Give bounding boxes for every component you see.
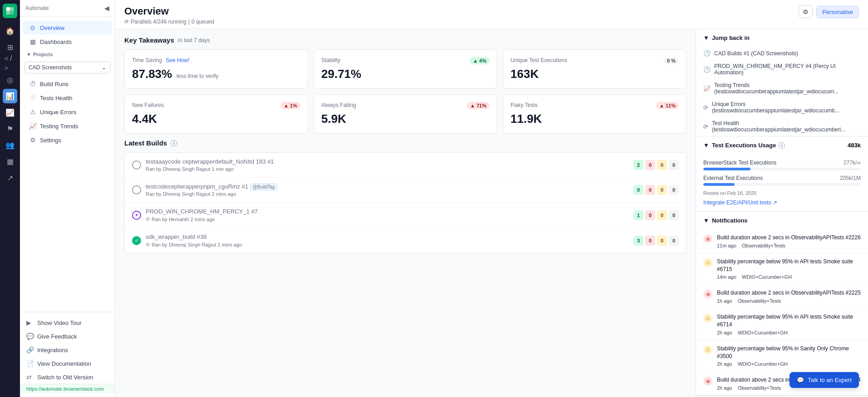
nav-flag-icon[interactable]: ⚑ [3, 121, 17, 136]
svg-rect-1 [10, 7, 14, 11]
sidebar-integrations[interactable]: 🔗 Integrations [20, 343, 115, 357]
nav-code-icon[interactable]: ＜/＞ [3, 56, 17, 71]
sidebar-item-build-runs[interactable]: ⏱ Build Runs [23, 77, 112, 91]
sidebar-show-video-tour[interactable]: ▶ Show Video Tour [20, 316, 115, 329]
notifications-section: ▼ Notifications ⊗ Build duration above 2… [696, 212, 868, 396]
sidebar-item-overview[interactable]: ⊙ Overview [23, 21, 112, 34]
sidebar-item-settings[interactable]: ⚙ Settings [23, 133, 112, 147]
always-failing-label: Always Failing [321, 102, 490, 108]
dashboards-icon: ▦ [29, 38, 36, 45]
jump-back-text: Testing Trends (testioswdiocucumberappiu… [714, 82, 861, 95]
sidebar-item-tests-health[interactable]: ♡ Tests Health [23, 91, 112, 105]
notif-meta: 11m ago Observability+Tests [717, 243, 861, 248]
video-tour-icon: ▶ [26, 319, 34, 326]
stability-label: Stability [321, 57, 490, 63]
content-area: Key Takeaways In last 7 days Time Saving… [115, 29, 868, 397]
nav-grid2-icon[interactable]: ▦ [3, 154, 17, 169]
card-unique-executions: Unique Test Executions 163K 0 % [503, 49, 687, 89]
nav-share-icon[interactable]: ↗ [3, 170, 17, 185]
build-counts: 3 0 0 0 [633, 236, 679, 246]
count-yellow: 0 [657, 210, 667, 220]
notifications-header[interactable]: ▼ Notifications [696, 212, 868, 229]
count-yellow: 0 [657, 185, 667, 195]
sidebar-app-label: Automate [25, 5, 49, 11]
sidebar-item-testing-trends-label: Testing Trends [40, 123, 78, 130]
stability-badge: ▲ 4% [470, 57, 490, 64]
refresh-icon: ⟳ [703, 104, 708, 111]
table-row[interactable]: testcodeceptwrapperpnpm_cguRmz #1 @Build… [125, 178, 686, 203]
sidebar-collapse-button[interactable]: ◀ [104, 5, 109, 12]
count-gray: 0 [669, 160, 679, 170]
jump-back-item[interactable]: 📈 Testing Trends (testioswdiocucumberapp… [696, 79, 868, 98]
notification-item[interactable]: ⊗ Build duration above 2 secs in Observa… [696, 229, 868, 253]
bs-progress-bar [703, 168, 861, 170]
jump-back-item[interactable]: ⟳ Test Health (testioswdiocucumberappium… [696, 117, 868, 136]
jump-back-in-header[interactable]: ▼ Jump back in [696, 29, 868, 47]
count-red: 0 [645, 185, 655, 195]
card-stability: Stability 29.71% ▲ 4% [314, 49, 497, 89]
sidebar-item-unique-errors[interactable]: ⚠ Unique Errors [23, 105, 112, 119]
bs-usage-label: BrowserStack Test Executions [703, 160, 776, 166]
flaky-tests-value: 11.9K [510, 112, 542, 126]
error-notification-icon: ⊗ [703, 377, 712, 386]
sidebar-item-testing-trends[interactable]: 📈 Testing Trends [23, 119, 112, 133]
key-takeaways-label: Key Takeaways [124, 36, 174, 44]
table-row[interactable]: testaaaycode ceptwrapperdefault_NoNItd 1… [125, 153, 686, 178]
nav-target-icon[interactable]: ◎ [3, 73, 17, 87]
executions-info-icon[interactable]: i [779, 142, 785, 149]
count-green: 1 [633, 210, 643, 220]
settings-icon: ⚙ [29, 136, 36, 144]
status-url: https://automate.browserstack.com [26, 386, 104, 392]
notif-meta: 1h ago Observability+Tests [717, 298, 861, 304]
sidebar-give-feedback[interactable]: 💬 Give Feedback [20, 329, 115, 343]
talk-to-expert-button[interactable]: 💬 Talk to an Expert [790, 372, 859, 388]
app-logo[interactable] [3, 4, 17, 18]
projects-section[interactable]: ▼ Projects [20, 49, 115, 60]
settings-button[interactable]: ⚙ [799, 5, 813, 18]
resets-text: Resets on Feb 16, 2025 [703, 190, 861, 196]
build-status-percy-icon: ✦ [132, 211, 141, 220]
notif-content: Stability percentage below 95% in Sanity… [717, 345, 861, 367]
integrations-icon: 🔗 [26, 346, 34, 353]
see-how-link[interactable]: See How! [166, 57, 189, 63]
unique-exec-badge: 0 % [664, 57, 679, 64]
nav-grid-icon[interactable]: ⊞ [3, 40, 17, 54]
sidebar-switch-old-version[interactable]: ⇄ Switch to Old Version [20, 370, 115, 384]
jump-back-item[interactable]: ⟳ Unique Errors (testioswdiocucumberappi… [696, 98, 868, 117]
table-row[interactable]: ✓ sdk_wrapper_build #38 ⊙ Ran by Dheeraj… [125, 228, 686, 253]
build-counts: 0 0 0 0 [633, 185, 679, 195]
personalise-button[interactable]: Personalise [816, 6, 859, 18]
nav-monitor-icon[interactable]: 📊 [3, 89, 17, 103]
warn-notification-icon: ⚠ [703, 345, 712, 354]
notification-item[interactable]: ⚠ Stability percentage below 95% in API … [696, 309, 868, 340]
sidebar-header: Automate ◀ [20, 0, 115, 17]
count-gray: 0 [669, 210, 679, 220]
notif-meta: 2h ago WDIO+Cucumber+GH [717, 330, 861, 335]
builds-info-icon[interactable]: i [171, 140, 177, 146]
notif-content: Build duration above 2 secs in Observabi… [717, 234, 861, 248]
nav-home-icon[interactable]: 🏠 [3, 24, 17, 38]
notification-item[interactable]: ⊗ Build duration above 2 secs in Observa… [696, 285, 868, 309]
collapse-icon: ▼ [703, 217, 709, 224]
icon-bar: 🏠 ⊞ ＜/＞ ◎ 📊 📈 ⚑ 👥 ▦ ↗ [0, 0, 20, 397]
external-usage-row: External Test Executions 205k/1M [703, 175, 861, 186]
count-gray: 0 [669, 236, 679, 246]
integrate-link[interactable]: Integrate E2E/API/Unit tests ↗ [703, 199, 861, 206]
table-row[interactable]: ✦ PROD_WIN_CHROME_HM_PERCY_1 #7 ⊙ Ran by… [125, 203, 686, 228]
notif-text: Stability percentage below 95% in Sanity… [717, 345, 861, 360]
test-executions-header[interactable]: ▼ Test Executions Usage i 483k [696, 136, 868, 154]
nav-users-icon[interactable]: 👥 [3, 138, 17, 152]
project-selector[interactable]: CAD Screenshots ⌄ [25, 62, 110, 73]
jump-back-item[interactable]: 🕐 CAD Builds #1 (CAD Screenshots) [696, 47, 868, 60]
count-yellow: 0 [657, 236, 667, 246]
refresh-icon: ⟳ [124, 19, 129, 25]
sidebar-view-documentation[interactable]: 📄 View Documentation [20, 357, 115, 370]
notification-item[interactable]: ⚠ Stability percentage below 95% in API … [696, 253, 868, 285]
notification-item[interactable]: ⚠ Stability percentage below 95% in Sani… [696, 340, 868, 372]
nav-graph-icon[interactable]: 📈 [3, 105, 17, 120]
jump-back-item[interactable]: 🕐 PROD_WIN_CHROME_HM_PERCY #4 (Percy UI … [696, 60, 868, 79]
key-takeaways-title: Key Takeaways In last 7 days [124, 36, 687, 44]
sidebar-item-dashboards[interactable]: ▦ Dashboards [23, 35, 112, 48]
error-notification-icon: ⊗ [703, 290, 712, 299]
usage-details: BrowserStack Test Executions 277k/∞ Exte… [696, 154, 868, 211]
